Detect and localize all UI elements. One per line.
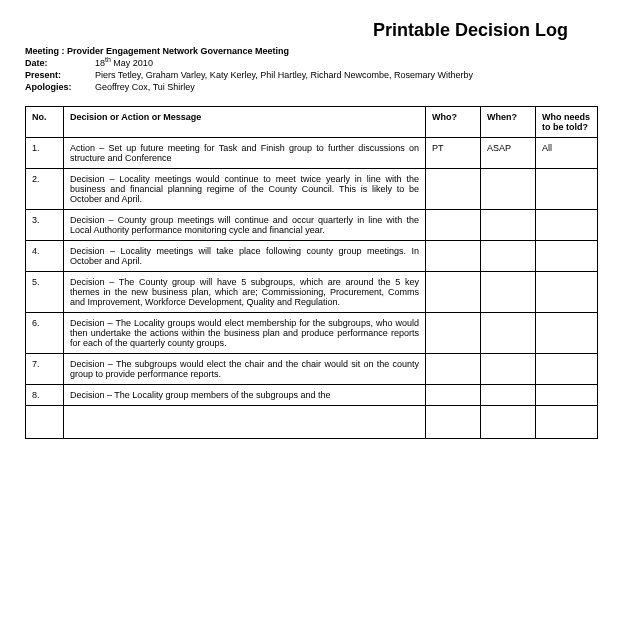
cell-who bbox=[426, 312, 481, 353]
cell-no: 1. bbox=[26, 137, 64, 168]
cell-no: 5. bbox=[26, 271, 64, 312]
table-row: 7. Decision – The subgroups would elect … bbox=[26, 353, 598, 384]
cell-desc bbox=[64, 405, 426, 438]
cell-no: 7. bbox=[26, 353, 64, 384]
cell-told bbox=[536, 240, 598, 271]
cell-when: ASAP bbox=[481, 137, 536, 168]
cell-desc: Decision – The County group will have 5 … bbox=[64, 271, 426, 312]
cell-who bbox=[426, 384, 481, 405]
date-label: Date: bbox=[25, 57, 95, 69]
cell-no: 4. bbox=[26, 240, 64, 271]
cell-told bbox=[536, 312, 598, 353]
cell-desc: Decision – The Locality group members of… bbox=[64, 384, 426, 405]
cell-no: 3. bbox=[26, 209, 64, 240]
date-rest: May 2010 bbox=[111, 58, 153, 68]
present-line: Present: Piers Tetley, Graham Varley, Ka… bbox=[25, 69, 598, 81]
cell-told bbox=[536, 384, 598, 405]
cell-who bbox=[426, 168, 481, 209]
meeting-value: Provider Engagement Network Governance M… bbox=[67, 46, 289, 56]
date-day: 18 bbox=[95, 58, 105, 68]
cell-when bbox=[481, 168, 536, 209]
table-row: 5. Decision – The County group will have… bbox=[26, 271, 598, 312]
meeting-label: Meeting : bbox=[25, 46, 65, 56]
apologies-label: Apologies: bbox=[25, 81, 95, 93]
cell-no: 2. bbox=[26, 168, 64, 209]
cell-who bbox=[426, 271, 481, 312]
date-line: Date: 18th May 2010 bbox=[25, 57, 598, 69]
cell-who bbox=[426, 353, 481, 384]
decision-table: No. Decision or Action or Message Who? W… bbox=[25, 106, 598, 439]
cell-no: 6. bbox=[26, 312, 64, 353]
cell-no bbox=[26, 405, 64, 438]
cell-who bbox=[426, 209, 481, 240]
table-row: 3. Decision – County group meetings will… bbox=[26, 209, 598, 240]
cell-when bbox=[481, 271, 536, 312]
cell-no: 8. bbox=[26, 384, 64, 405]
page-title: Printable Decision Log bbox=[25, 20, 598, 41]
cell-told bbox=[536, 271, 598, 312]
header-when: When? bbox=[481, 106, 536, 137]
cell-when bbox=[481, 384, 536, 405]
table-row: 4. Decision – Locality meetings will tak… bbox=[26, 240, 598, 271]
meta-block: Meeting : Provider Engagement Network Go… bbox=[25, 45, 598, 94]
header-no: No. bbox=[26, 106, 64, 137]
cell-told: All bbox=[536, 137, 598, 168]
cell-desc: Action – Set up future meeting for Task … bbox=[64, 137, 426, 168]
cell-who: PT bbox=[426, 137, 481, 168]
cell-desc: Decision – The subgroups would elect the… bbox=[64, 353, 426, 384]
cell-desc: Decision – The Locality groups would ele… bbox=[64, 312, 426, 353]
header-desc: Decision or Action or Message bbox=[64, 106, 426, 137]
header-told: Who needs to be told? bbox=[536, 106, 598, 137]
cell-desc: Decision – Locality meetings will take p… bbox=[64, 240, 426, 271]
present-value: Piers Tetley, Graham Varley, Katy Kerley… bbox=[95, 69, 598, 81]
apologies-line: Apologies: Geoffrey Cox, Tui Shirley bbox=[25, 81, 598, 93]
cell-desc: Decision – County group meetings will co… bbox=[64, 209, 426, 240]
table-row: 8. Decision – The Locality group members… bbox=[26, 384, 598, 405]
cell-who bbox=[426, 405, 481, 438]
cell-when bbox=[481, 405, 536, 438]
date-value: 18th May 2010 bbox=[95, 57, 598, 69]
table-row bbox=[26, 405, 598, 438]
present-label: Present: bbox=[25, 69, 95, 81]
header-who: Who? bbox=[426, 106, 481, 137]
cell-when bbox=[481, 312, 536, 353]
cell-told bbox=[536, 209, 598, 240]
cell-who bbox=[426, 240, 481, 271]
cell-when bbox=[481, 240, 536, 271]
cell-when bbox=[481, 353, 536, 384]
table-header-row: No. Decision or Action or Message Who? W… bbox=[26, 106, 598, 137]
table-row: 2. Decision – Locality meetings would co… bbox=[26, 168, 598, 209]
cell-desc: Decision – Locality meetings would conti… bbox=[64, 168, 426, 209]
cell-told bbox=[536, 168, 598, 209]
apologies-value: Geoffrey Cox, Tui Shirley bbox=[95, 81, 598, 93]
cell-when bbox=[481, 209, 536, 240]
cell-told bbox=[536, 405, 598, 438]
table-row: 1. Action – Set up future meeting for Ta… bbox=[26, 137, 598, 168]
cell-told bbox=[536, 353, 598, 384]
table-row: 6. Decision – The Locality groups would … bbox=[26, 312, 598, 353]
